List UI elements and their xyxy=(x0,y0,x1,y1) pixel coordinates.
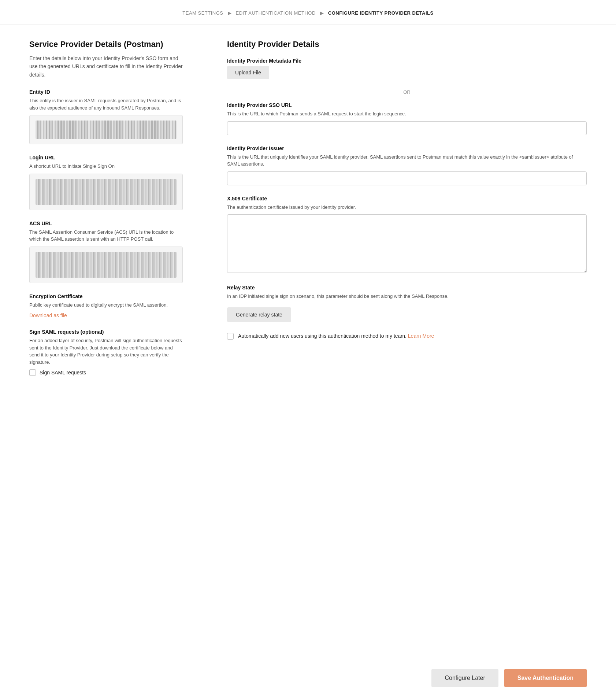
breadcrumb-configure-idp: CONFIGURE IDENTITY PROVIDER DETAILS xyxy=(328,10,434,16)
auto-add-text: Automatically add new users using this a… xyxy=(238,332,434,340)
left-panel-title: Service Provider Details (Postman) xyxy=(29,40,183,49)
x509-cert-label: X.509 Certificate xyxy=(227,196,587,201)
x509-cert-section: X.509 Certificate The authentication cer… xyxy=(227,196,587,275)
left-panel-description: Enter the details below into your Identi… xyxy=(29,54,183,79)
right-panel-title: Identity Provider Details xyxy=(227,40,587,49)
entity-id-section: Entity ID This entity is the issuer in S… xyxy=(29,89,183,144)
login-url-section: Login URL A shortcut URL to initiate Sin… xyxy=(29,155,183,210)
breadcrumb-edit-auth[interactable]: EDIT AUTHENTICATION METHOD xyxy=(236,10,316,16)
left-panel: Service Provider Details (Postman) Enter… xyxy=(29,40,205,386)
sign-saml-label: Sign SAML requests (optional) xyxy=(29,329,183,335)
entity-id-pixelated xyxy=(36,121,177,139)
login-url-label: Login URL xyxy=(29,155,183,160)
encryption-cert-label: Encryption Certificate xyxy=(29,293,183,299)
login-url-description: A shortcut URL to initiate Single Sign O… xyxy=(29,163,183,170)
sso-url-input[interactable] xyxy=(227,121,587,135)
breadcrumb: TEAM SETTINGS ▶ EDIT AUTHENTICATION METH… xyxy=(0,0,616,25)
relay-state-label: Relay State xyxy=(227,285,587,290)
upload-file-button[interactable]: Upload File xyxy=(227,66,269,79)
sign-saml-checkbox-label: Sign SAML requests xyxy=(40,370,86,375)
save-authentication-button[interactable]: Save Authentication xyxy=(504,669,587,687)
acs-url-label: ACS URL xyxy=(29,221,183,226)
breadcrumb-arrow-2: ▶ xyxy=(320,10,324,16)
right-panel: Identity Provider Details Identity Provi… xyxy=(205,40,587,386)
metadata-file-section: Identity Provider Metadata File Upload F… xyxy=(227,58,587,79)
sso-url-description: This is the URL to which Postman sends a… xyxy=(227,110,587,118)
sign-saml-description: For an added layer of security, Postman … xyxy=(29,337,183,366)
issuer-description: This is the URL that uniquely identifies… xyxy=(227,153,587,168)
metadata-file-label: Identity Provider Metadata File xyxy=(227,58,587,64)
acs-url-section: ACS URL The SAML Assertion Consumer Serv… xyxy=(29,221,183,283)
sso-url-label: Identity Provider SSO URL xyxy=(227,102,587,108)
acs-url-pixelated xyxy=(36,252,177,278)
x509-cert-textarea[interactable] xyxy=(227,214,587,273)
x509-cert-description: The authentication certificate issued by… xyxy=(227,204,587,211)
or-text: OR xyxy=(403,89,411,95)
login-url-pixelated xyxy=(36,179,177,205)
sign-saml-checkbox-row: Sign SAML requests xyxy=(29,369,183,376)
auto-add-checkbox[interactable] xyxy=(227,333,234,340)
sign-saml-section: Sign SAML requests (optional) For an add… xyxy=(29,329,183,376)
breadcrumb-arrow-1: ▶ xyxy=(228,10,231,16)
issuer-section: Identity Provider Issuer This is the URL… xyxy=(227,145,587,185)
configure-later-button[interactable]: Configure Later xyxy=(431,669,498,687)
or-line-left xyxy=(227,92,397,92)
sso-url-section: Identity Provider SSO URL This is the UR… xyxy=(227,102,587,135)
footer-bar: Configure Later Save Authentication xyxy=(0,660,616,696)
relay-state-description: In an IDP initiated single sign on scena… xyxy=(227,293,587,300)
or-line-right xyxy=(416,92,587,92)
relay-state-section: Relay State In an IDP initiated single s… xyxy=(227,285,587,322)
auto-add-text-label: Automatically add new users using this a… xyxy=(238,333,407,339)
download-as-file-link[interactable]: Download as file xyxy=(29,312,67,318)
learn-more-link[interactable]: Learn More xyxy=(408,333,434,339)
sign-saml-checkbox[interactable] xyxy=(29,369,36,376)
or-divider: OR xyxy=(227,89,587,95)
breadcrumb-team-settings[interactable]: TEAM SETTINGS xyxy=(182,10,223,16)
issuer-label: Identity Provider Issuer xyxy=(227,145,587,151)
entity-id-label: Entity ID xyxy=(29,89,183,95)
generate-relay-state-button[interactable]: Generate relay state xyxy=(227,307,291,322)
encryption-cert-section: Encryption Certificate Public key certif… xyxy=(29,293,183,319)
entity-id-description: This entity is the issuer in SAML reques… xyxy=(29,97,183,111)
encryption-cert-description: Public key certificate used to digitally… xyxy=(29,301,183,309)
entity-id-value xyxy=(29,115,183,144)
acs-url-description: The SAML Assertion Consumer Service (ACS… xyxy=(29,229,183,243)
login-url-value xyxy=(29,174,183,210)
acs-url-value xyxy=(29,247,183,283)
auto-add-row: Automatically add new users using this a… xyxy=(227,332,587,340)
issuer-input[interactable] xyxy=(227,171,587,185)
